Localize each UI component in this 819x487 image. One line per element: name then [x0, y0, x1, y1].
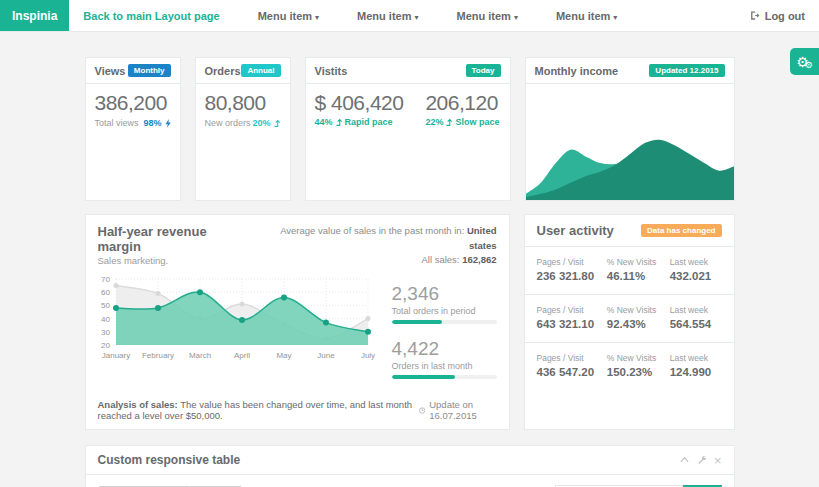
- revenue-panel: Half-year revenue margin Sales marketing…: [85, 214, 510, 430]
- menu-item-4[interactable]: Menu item▾: [556, 10, 617, 22]
- activity-stat-value: 150.23%: [607, 366, 670, 378]
- visits-stat-1: $ 406,420 44%Rapid pace: [315, 91, 404, 127]
- revenue-area-chart: 706050403020JanuaryFebruaryMarchAprilMay…: [98, 275, 384, 393]
- orders-metric: 20%: [252, 118, 280, 128]
- wrench-icon[interactable]: [697, 455, 706, 466]
- svg-text:June: June: [317, 351, 335, 360]
- activity-stat-label: % New Visits: [607, 257, 670, 267]
- activity-stat-value: 643 321.10: [537, 318, 607, 330]
- logout-label: Log out: [765, 10, 805, 22]
- level-up-icon: [335, 118, 343, 127]
- user-activity-row: Pages / Visit436 547.20% New Visits150.2…: [525, 343, 734, 390]
- activity-stat-value: 124.990: [670, 366, 722, 378]
- orders-badge: Annual: [241, 64, 280, 77]
- svg-text:40: 40: [101, 315, 110, 324]
- visits-stat-2: 206,120 22%Slow pace: [425, 91, 499, 127]
- menu-item-label: Menu item: [556, 10, 610, 22]
- navbar-right: Log out: [749, 0, 819, 31]
- svg-text:20: 20: [101, 341, 110, 350]
- activity-stat-value: 236 321.80: [537, 270, 607, 282]
- activity-stat-value: 436 547.20: [537, 366, 607, 378]
- views-card: Views Monthly 386,200 Total views 98%: [85, 57, 181, 201]
- theme-settings-button[interactable]: ⚙⚙: [790, 48, 819, 75]
- svg-text:April: April: [233, 351, 249, 360]
- table-panel-title: Custom responsive table: [98, 453, 241, 467]
- close-icon[interactable]: ×: [714, 454, 722, 467]
- activity-stat-label: Last week: [670, 305, 722, 315]
- income-card-title: Monthly income: [535, 65, 619, 77]
- user-activity-title: User activity: [537, 223, 614, 238]
- svg-text:January: January: [101, 351, 129, 360]
- revenue-meta: Average value of sales in the past month…: [252, 224, 496, 267]
- activity-stat-value: 46.11%: [607, 270, 670, 282]
- svg-text:60: 60: [101, 288, 110, 297]
- svg-text:March: March: [188, 351, 210, 360]
- views-card-title: Views: [95, 65, 126, 77]
- orders-card-title: Orders: [205, 65, 241, 77]
- orders-card: Orders Annual 80,800 New orders 20%: [195, 57, 291, 201]
- activity-stat-label: Pages / Visit: [537, 257, 607, 267]
- visits-card: Vistits Today $ 406,420 44%Rapid pace 20…: [305, 57, 511, 201]
- orders-period-label: Total orders in period: [392, 306, 497, 316]
- svg-text:July: July: [360, 351, 374, 360]
- user-activity-row: Pages / Visit643 321.10% New Visits92.43…: [525, 295, 734, 343]
- orders-period-progress: [392, 320, 497, 324]
- activity-stat-label: % New Visits: [607, 353, 670, 363]
- update-text: Update on 16.07.2015: [419, 399, 497, 421]
- top-navbar: Inspinia Back to main Layout page Menu i…: [0, 0, 819, 32]
- gear-small-icon: ⚙: [805, 61, 813, 70]
- views-value: 386,200: [95, 91, 171, 115]
- revenue-subtitle: Sales marketing.: [98, 255, 253, 266]
- svg-text:70: 70: [101, 275, 110, 284]
- revenue-stats: 2,346 Total orders in period 4,422 Order…: [384, 275, 497, 393]
- activity-stat-label: % New Visits: [607, 305, 670, 315]
- svg-text:May: May: [276, 351, 291, 360]
- custom-table-panel: Custom responsive table × DayWeekMonth G…: [85, 445, 735, 487]
- back-to-layout-link[interactable]: Back to main Layout page: [83, 10, 219, 22]
- data-changed-badge: Data has changed: [641, 224, 721, 237]
- orders-month-progress: [392, 375, 497, 379]
- level-up-icon: [445, 118, 453, 127]
- orders-period-value: 2,346: [392, 283, 497, 305]
- user-activity-row: Pages / Visit236 321.80% New Visits46.11…: [525, 247, 734, 295]
- caret-down-icon: ▾: [613, 13, 617, 22]
- collapse-icon[interactable]: [680, 455, 689, 465]
- stat-cards-row: Views Monthly 386,200 Total views 98% Or…: [85, 57, 735, 201]
- clock-icon: [419, 406, 425, 415]
- views-badge: Monthly: [128, 64, 171, 77]
- views-label: Total views: [95, 118, 139, 128]
- visits-card-title: Vistits: [315, 65, 348, 77]
- brand-logo[interactable]: Inspinia: [0, 0, 69, 31]
- svg-text:30: 30: [101, 328, 110, 337]
- menu-item-2[interactable]: Menu item▾: [357, 10, 418, 22]
- menu-item-3[interactable]: Menu item▾: [457, 10, 518, 22]
- svg-text:February: February: [141, 351, 173, 360]
- menu-item-label: Menu item: [357, 10, 411, 22]
- views-metric: 98%: [143, 118, 170, 128]
- income-card: Monthly income Updated 12.2015: [525, 57, 735, 201]
- level-up-icon: [273, 119, 281, 128]
- activity-stat-label: Pages / Visit: [537, 353, 607, 363]
- analysis-text: Analysis of sales: The value has been ch…: [98, 399, 419, 421]
- orders-month-value: 4,422: [392, 338, 497, 360]
- caret-down-icon: ▾: [315, 13, 319, 22]
- visits-badge: Today: [466, 64, 501, 77]
- logout-link[interactable]: Log out: [749, 10, 805, 22]
- activity-stat-label: Last week: [670, 257, 722, 267]
- bolt-icon: [164, 119, 171, 128]
- revenue-title: Half-year revenue margin: [98, 224, 253, 254]
- activity-stat-value: 564.554: [670, 318, 722, 330]
- menu-item-1[interactable]: Menu item▾: [258, 10, 319, 22]
- svg-text:50: 50: [101, 302, 110, 311]
- income-area-chart: [526, 84, 734, 200]
- orders-value: 80,800: [205, 91, 281, 115]
- menu-item-label: Menu item: [457, 10, 511, 22]
- sign-out-icon: [749, 10, 760, 21]
- orders-month-label: Orders in last month: [392, 361, 497, 371]
- nav-links: Back to main Layout page Menu item▾Menu …: [69, 0, 617, 31]
- activity-stat-value: 92.43%: [607, 318, 670, 330]
- menu-item-label: Menu item: [258, 10, 312, 22]
- activity-stat-label: Pages / Visit: [537, 305, 607, 315]
- income-badge: Updated 12.2015: [649, 64, 724, 77]
- caret-down-icon: ▾: [414, 13, 418, 22]
